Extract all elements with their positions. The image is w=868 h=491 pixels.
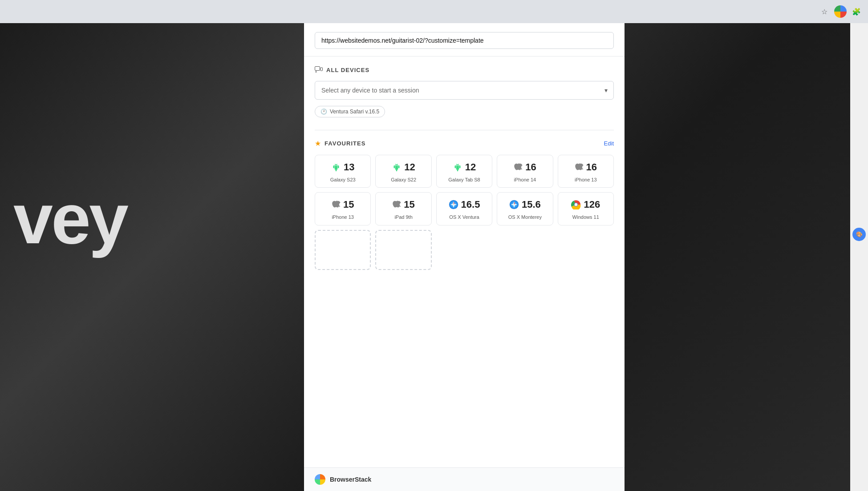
- device-card-osx-ventura[interactable]: 16.5 OS X Ventura: [436, 192, 492, 225]
- device-name: OS X Ventura: [449, 214, 479, 220]
- apple-icon: [514, 162, 523, 172]
- device-card-osx-monterey[interactable]: 15.6 OS X Monterey: [497, 192, 553, 225]
- clock-icon: 🕐: [320, 109, 327, 115]
- all-devices-header: ALL DEVICES: [315, 65, 614, 75]
- all-devices-title: ALL DEVICES: [326, 67, 369, 73]
- device-version: 16: [525, 161, 536, 173]
- extensions-icon[interactable]: 🧩: [852, 7, 861, 16]
- device-version: 15: [404, 199, 414, 210]
- section-divider: [315, 130, 614, 130]
- device-select[interactable]: Select any device to start a session: [315, 81, 614, 100]
- android-icon: [392, 162, 402, 172]
- favourites-header: ★ FAVOURITES Edit: [315, 139, 614, 148]
- device-name: iPhone 14: [514, 177, 536, 183]
- device-grid-row2: 15 iPhone 13 15 iPad 9th: [315, 192, 614, 225]
- svg-rect-0: [315, 67, 320, 71]
- panel-content: ALL DEVICES Select any device to start a…: [304, 56, 625, 467]
- filter-chip-label: Ventura Safari v.16.5: [330, 109, 379, 115]
- url-input[interactable]: [315, 32, 614, 49]
- apple-icon: [332, 200, 341, 209]
- device-version: 12: [465, 161, 476, 173]
- panel-footer: BrowserStack: [304, 467, 625, 491]
- device-placeholder-1[interactable]: [315, 230, 371, 270]
- device-grid-row1: 13 Galaxy S23 12 Galaxy S22: [315, 155, 614, 188]
- device-placeholder-2[interactable]: [375, 230, 431, 270]
- device-name: Windows 11: [572, 214, 599, 220]
- apple-icon: [575, 162, 584, 172]
- android-icon: [331, 162, 341, 172]
- chrome-avatar[interactable]: [834, 5, 847, 18]
- safari-icon: [509, 200, 519, 209]
- favourites-title: FAVOURITES: [324, 140, 366, 147]
- browser-icons: ☆ 🧩: [820, 5, 861, 18]
- device-card-windows-11[interactable]: 126 Windows 11: [558, 192, 614, 225]
- browserstack-name: BrowserStack: [330, 476, 371, 483]
- device-card-ipad-9th[interactable]: 15 iPad 9th: [375, 192, 431, 225]
- main-panel: ALL DEVICES Select any device to start a…: [304, 23, 625, 491]
- device-name: Galaxy S23: [330, 177, 356, 183]
- device-name: iPad 9th: [394, 214, 412, 220]
- device-version: 15: [343, 199, 354, 210]
- device-icon-row: 12: [392, 161, 415, 173]
- device-icon-row: 16: [575, 161, 597, 173]
- side-panel: 🎨: [850, 23, 868, 491]
- device-icon-row: 16: [514, 161, 536, 173]
- device-name: Galaxy S22: [391, 177, 416, 183]
- bg-text: vey: [13, 178, 127, 260]
- svg-point-14: [575, 203, 577, 206]
- device-version: 15.6: [522, 199, 541, 210]
- favourites-left: ★ FAVOURITES: [315, 139, 366, 148]
- device-icon-row: 15: [392, 199, 414, 210]
- star-icon: ★: [315, 139, 321, 148]
- browser-chrome-bar: ☆ 🧩: [0, 0, 868, 23]
- android-icon: [453, 162, 462, 172]
- device-name: Galaxy Tab S8: [448, 177, 480, 183]
- device-name: iPhone 13: [332, 214, 354, 220]
- filter-chip[interactable]: 🕐 Ventura Safari v.16.5: [315, 106, 385, 117]
- svg-rect-1: [320, 68, 323, 71]
- browserstack-logo-icon: [315, 474, 325, 485]
- device-version: 126: [584, 199, 600, 210]
- device-name: OS X Monterey: [508, 214, 542, 220]
- device-card-galaxy-s22[interactable]: 12 Galaxy S22: [375, 155, 431, 188]
- device-select-wrapper: Select any device to start a session ▾: [315, 81, 614, 100]
- bookmark-icon[interactable]: ☆: [820, 7, 829, 16]
- url-bar-section: [304, 23, 625, 56]
- device-icon-row: 15.6: [509, 199, 541, 210]
- device-icon-row: 15: [332, 199, 354, 210]
- chrome-icon: [571, 200, 581, 209]
- device-icon-row: 12: [453, 161, 476, 173]
- device-card-galaxy-s23[interactable]: 13 Galaxy S23: [315, 155, 371, 188]
- device-icon-row: 126: [571, 199, 600, 210]
- device-version: 13: [344, 161, 354, 173]
- palette-icon[interactable]: 🎨: [852, 228, 866, 241]
- device-version: 16.5: [461, 199, 480, 210]
- device-card-iphone-14[interactable]: 16 iPhone 14: [497, 155, 553, 188]
- device-version: 16: [586, 161, 597, 173]
- apple-icon: [392, 200, 401, 209]
- device-card-galaxy-tab-s8[interactable]: 12 Galaxy Tab S8: [436, 155, 492, 188]
- device-card-iphone-13-v15[interactable]: 15 iPhone 13: [315, 192, 371, 225]
- device-icon-row: 16.5: [449, 199, 480, 210]
- edit-link[interactable]: Edit: [604, 140, 614, 147]
- devices-icon: [315, 65, 323, 75]
- safari-icon: [449, 200, 458, 209]
- device-card-iphone-13-v16[interactable]: 16 iPhone 13: [558, 155, 614, 188]
- device-name: iPhone 13: [575, 177, 597, 183]
- device-icon-row: 13: [331, 161, 354, 173]
- device-grid-placeholders: [315, 230, 614, 270]
- device-version: 12: [404, 161, 415, 173]
